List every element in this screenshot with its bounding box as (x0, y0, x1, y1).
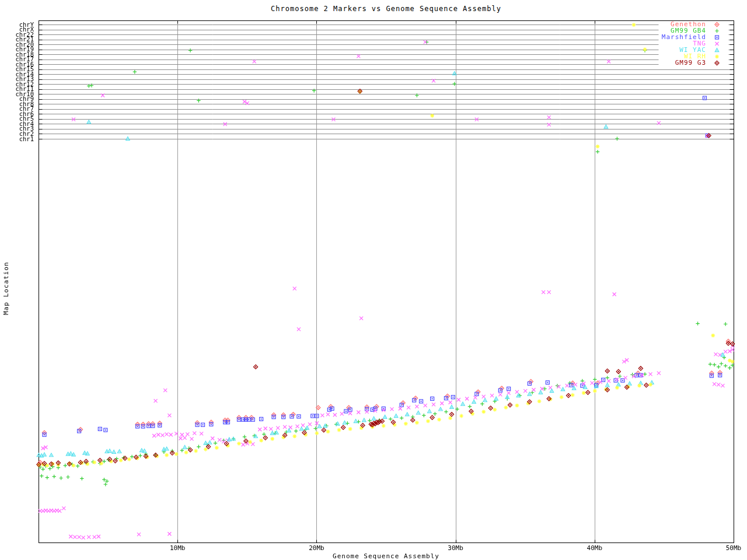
x-axis-title: Genome Sequence Assembly (39, 552, 734, 560)
x-axis-label-20Mb: 20Mb (298, 544, 335, 552)
x-axis-label-10Mb: 10Mb (159, 544, 196, 552)
plot-canvas (0, 0, 747, 560)
chart: Chromosome 2 Markers vs Genome Sequence … (0, 0, 747, 560)
legend-item-gm99-g3: GM99 G3 (641, 60, 706, 66)
x-axis-label-30Mb: 30Mb (437, 544, 474, 552)
x-axis-label-40Mb: 40Mb (576, 544, 613, 552)
x-axis-label-50Mb: 50Mb (715, 544, 747, 552)
y-axis-title: Map Location (2, 251, 11, 315)
legend: GenethonGM99 GB4MarshfieldTNGWI YACWI RH… (641, 21, 706, 66)
y-axis-label-chr1: chr1 (0, 136, 34, 142)
